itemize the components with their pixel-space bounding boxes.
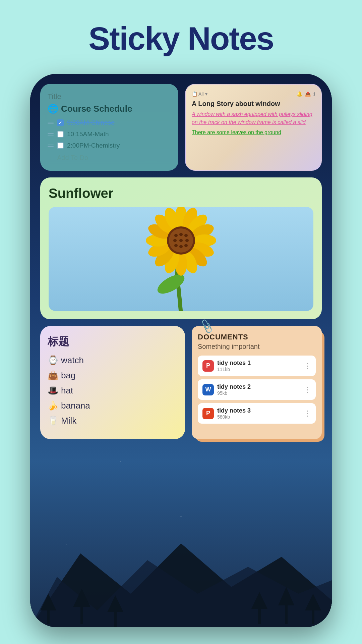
drag-handle-3	[48, 145, 54, 147]
milk-emoji: 🥛	[48, 416, 58, 426]
list-item-banana: 🍌 banana	[48, 400, 178, 411]
svg-point-34	[179, 233, 183, 236]
drag-handle-1	[48, 122, 54, 124]
doc-info-3: tidy notes 3 580kb	[217, 407, 300, 420]
doc-file-3[interactable]: P tidy notes 3 580kb ⋮	[198, 403, 316, 424]
story-text-green: There are some leaves on the ground	[192, 128, 315, 137]
todo-text-2: 10:15AM-Math	[67, 130, 109, 138]
todo-item-1[interactable]: 9:00AM-Chinese	[48, 119, 171, 126]
list-card[interactable]: 标题 ⌚ watch 👜 bag 🎩 hat 🍌 banana	[40, 326, 185, 439]
hat-emoji: 🎩	[48, 385, 58, 396]
story-card[interactable]: 📋 All ▾ 🔔 📤 ℹ A Long Story about window …	[185, 84, 322, 171]
doc-header-label: DOCUMENTS	[198, 333, 316, 341]
banana-emoji: 🍌	[48, 400, 58, 411]
bottom-row: 标题 ⌚ watch 👜 bag 🎩 hat 🍌 banana	[40, 326, 322, 439]
checkbox-3[interactable]	[57, 142, 64, 149]
svg-point-40	[179, 245, 183, 248]
sunflower-title: Sunflower	[49, 186, 313, 201]
drag-handle-2	[48, 133, 54, 136]
plus-icon: ＋	[48, 153, 54, 162]
doc-subtitle: Something important	[198, 343, 316, 351]
story-title: A Long Story about window	[192, 100, 315, 108]
phone-frame: Title 🌐 Course Schedule 9:00AM-Chinese	[30, 74, 332, 627]
sunflower-image	[49, 207, 313, 311]
word-icon-2: W	[202, 384, 214, 395]
hat-text: hat	[61, 385, 73, 396]
list-item-milk: 🥛 Milk	[48, 416, 178, 426]
doc-filename-2: tidy notes 2	[217, 383, 300, 390]
svg-point-38	[185, 239, 189, 242]
svg-point-37	[179, 239, 183, 242]
milk-text: Milk	[61, 416, 76, 426]
cards-area: Title 🌐 Course Schedule 9:00AM-Chinese	[40, 84, 322, 617]
doc-info-2: tidy notes 2 95kb	[217, 383, 300, 396]
app-title: Sticky Notes	[0, 0, 362, 57]
paperclip-icon: 📎	[199, 318, 215, 334]
checkbox-1[interactable]	[57, 119, 64, 126]
bag-emoji: 👜	[48, 370, 58, 381]
course-schedule-card[interactable]: Title 🌐 Course Schedule 9:00AM-Chinese	[40, 84, 178, 171]
bag-text: bag	[61, 370, 75, 381]
doc-filename-3: tidy notes 3	[217, 407, 300, 414]
svg-point-39	[174, 244, 178, 247]
list-item-hat: 🎩 hat	[48, 385, 178, 396]
course-card-emoji: 🌐	[48, 104, 58, 114]
svg-point-33	[174, 234, 178, 237]
doc-file-2[interactable]: W tidy notes 2 95kb ⋮	[198, 379, 316, 400]
top-row: Title 🌐 Course Schedule 9:00AM-Chinese	[40, 84, 322, 171]
doc-size-1: 111kb	[217, 367, 300, 372]
svg-point-35	[184, 234, 188, 237]
doc-info-1: tidy notes 1 111kb	[217, 360, 300, 372]
toolbar-all-filter[interactable]: 📋 All ▾	[192, 91, 207, 97]
svg-point-41	[184, 244, 188, 247]
story-toolbar: 📋 All ▾ 🔔 📤 ℹ	[192, 91, 315, 97]
list-item-watch: ⌚ watch	[48, 355, 178, 366]
doc-more-2[interactable]: ⋮	[304, 385, 311, 394]
course-card-title-row: 🌐 Course Schedule	[48, 104, 171, 114]
list-item-bag: 👜 bag	[48, 370, 178, 381]
todo-text-3: 2:00PM-Chemistry	[67, 142, 120, 149]
doc-main-card: 📎 DOCUMENTS Something important P tidy n…	[192, 326, 322, 439]
sunflower-svg	[101, 207, 261, 311]
course-card-title: Course Schedule	[61, 104, 132, 114]
doc-size-3: 580kb	[217, 414, 300, 420]
todo-item-2[interactable]: 10:15AM-Math	[48, 130, 171, 138]
watch-text: watch	[61, 355, 84, 366]
add-todo-label: Add To Do	[57, 154, 88, 162]
doc-more-1[interactable]: ⋮	[304, 362, 311, 370]
ppt-icon-3: P	[202, 408, 214, 419]
watch-emoji: ⌚	[48, 355, 58, 366]
toolbar-info-icon[interactable]: ℹ	[313, 91, 315, 97]
doc-filename-1: tidy notes 1	[217, 360, 300, 367]
toolbar-alarm-icon[interactable]: 🔔	[297, 91, 302, 97]
svg-point-36	[173, 239, 177, 242]
todo-text-1: 9:00AM-Chinese	[67, 119, 115, 126]
toolbar-share-icon[interactable]: 📤	[305, 91, 311, 97]
pdf-icon-1: P	[202, 360, 214, 372]
list-card-title: 标题	[48, 334, 178, 349]
add-todo-button[interactable]: ＋ Add To Do	[48, 153, 171, 162]
documents-card[interactable]: 📎 DOCUMENTS Something important P tidy n…	[192, 326, 322, 439]
todo-item-3[interactable]: 2:00PM-Chemistry	[48, 142, 171, 149]
doc-more-3[interactable]: ⋮	[304, 409, 311, 418]
story-text-pink: A window with a sash equipped with pulle…	[192, 110, 315, 126]
banana-text: banana	[61, 400, 90, 411]
sunflower-card[interactable]: Sunflower	[40, 177, 322, 319]
course-card-label: Title	[48, 92, 171, 101]
doc-file-1[interactable]: P tidy notes 1 111kb ⋮	[198, 356, 316, 376]
doc-size-2: 95kb	[217, 390, 300, 396]
checkbox-2[interactable]	[57, 131, 64, 138]
